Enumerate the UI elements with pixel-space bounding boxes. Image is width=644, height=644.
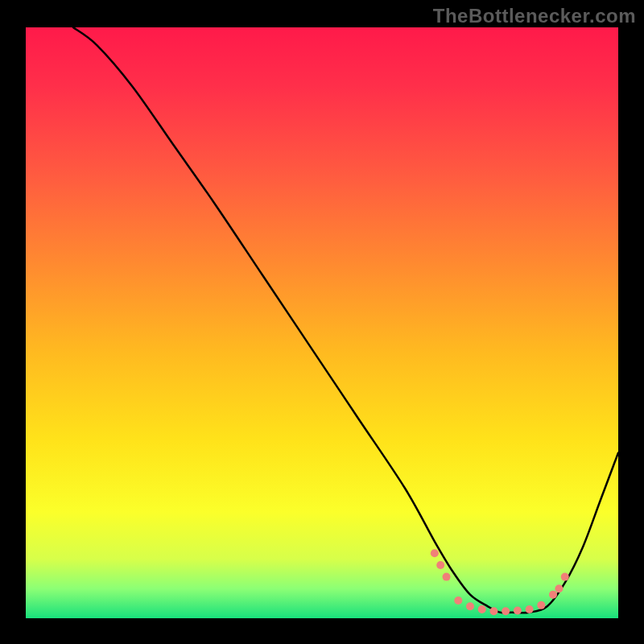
highlight-dot [526,605,534,613]
highlight-dot [537,601,545,609]
highlight-dot [502,607,510,615]
highlight-dots [26,27,618,618]
plot-area [26,27,618,618]
highlight-dot [489,607,497,615]
highlight-dot [466,602,474,610]
highlight-dot [514,606,522,614]
highlight-dot [436,561,444,569]
highlight-dot [561,573,569,581]
highlight-dot [555,584,563,592]
highlight-dot [478,605,486,613]
highlight-dot [549,591,557,599]
chart-frame: TheBottlenecker.com [0,0,644,644]
highlight-dot [431,549,439,557]
highlight-dot [454,597,462,605]
watermark-text: TheBottlenecker.com [433,5,636,27]
highlight-dot [443,573,451,581]
